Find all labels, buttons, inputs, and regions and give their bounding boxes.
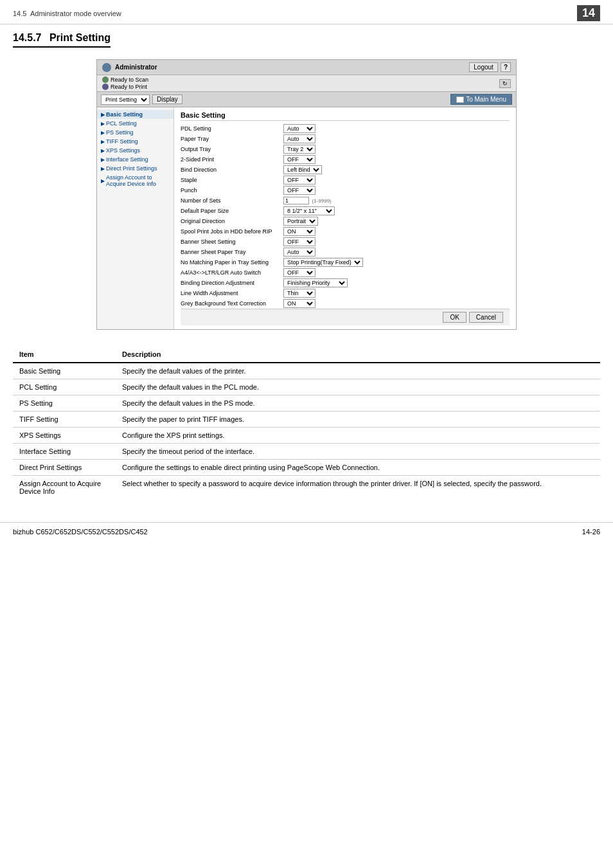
form-row-line-width: Line Width Adjustment Thin <box>181 288 510 298</box>
cancel-button[interactable]: Cancel <box>469 312 503 323</box>
paper-size-select[interactable]: 8 1/2" x 11" <box>283 206 335 215</box>
item-cell: Interface Setting <box>13 444 116 460</box>
banner-tray-select[interactable]: Auto <box>283 248 315 257</box>
print-setting-select[interactable]: Print Setting <box>101 95 150 105</box>
arrow-icon: ▶ <box>101 130 105 136</box>
footer-right: 14-26 <box>582 528 600 536</box>
form-row-pdl: PDL Setting Auto <box>181 123 510 134</box>
page-footer: bizhub C652/C652DS/C552/C552DS/C452 14-2… <box>0 522 613 541</box>
pdl-select[interactable]: Auto <box>283 124 315 133</box>
sidebar-item-direct[interactable]: ▶ Direct Print Settings <box>97 164 173 173</box>
no-match-label: No Matching Paper in Tray Setting <box>181 259 283 266</box>
form-row-bind-dir: Bind Direction Left Bind <box>181 165 510 175</box>
page-header: 14.5 Administrator mode overview 14 <box>0 0 613 24</box>
arrow-icon: ▶ <box>101 157 105 163</box>
form-row-banner-tray: Banner Sheet Paper Tray Auto <box>181 247 510 257</box>
arrow-icon: ▶ <box>101 178 105 184</box>
sidebar-item-assign[interactable]: ▶ Assign Account to Acquire Device Info <box>97 173 173 188</box>
item-cell: Direct Print Settings <box>13 460 116 476</box>
form-row-banner: Banner Sheet Setting OFF <box>181 237 510 247</box>
form-row-punch: Punch OFF <box>181 185 510 195</box>
table-row: XPS SettingsConfigure the XPS print sett… <box>13 428 600 444</box>
scan-icon <box>102 77 109 83</box>
staple-select[interactable]: OFF <box>283 176 315 185</box>
form-row-grey: Grey Background Text Correction ON <box>181 298 510 309</box>
help-button[interactable]: ? <box>501 62 511 72</box>
description-table: Item Description Basic SettingSpecify th… <box>13 347 600 499</box>
sidebar-item-ps[interactable]: ▶ PS Setting <box>97 128 173 137</box>
desc-cell: Specify the default values in the PCL mo… <box>116 379 600 395</box>
item-cell: Assign Account to Acquire Device Info <box>13 476 116 500</box>
col-item-header: Item <box>13 347 116 363</box>
topbar: Administrator Logout ? <box>97 60 516 75</box>
line-width-select[interactable]: Thin <box>283 289 315 298</box>
2sided-label: 2-Sided Print <box>181 156 283 163</box>
output-tray-label: Output Tray <box>181 146 283 152</box>
sidebar-item-tiff[interactable]: ▶ TIFF Setting <box>97 137 173 146</box>
spool-select[interactable]: ON <box>283 227 315 236</box>
sidebar-item-pcl[interactable]: ▶ PCL Setting <box>97 119 173 128</box>
bind-adj-label: Binding Direction Adjustment <box>181 280 283 286</box>
form-row-spool: Spool Print Jobs in HDD before RIP ON <box>181 226 510 237</box>
section-title-area: 14.5.7 Print Setting <box>0 24 613 53</box>
num-sets-hint: (1-9999) <box>312 198 332 204</box>
admin-icon <box>102 63 111 72</box>
grey-select[interactable]: ON <box>283 299 315 308</box>
section-number: 14.5.7 <box>13 32 41 43</box>
banner-tray-label: Banner Sheet Paper Tray <box>181 249 283 255</box>
bind-dir-select[interactable]: Left Bind <box>283 165 322 174</box>
arrow-icon: ▶ <box>101 121 105 127</box>
paper-tray-select[interactable]: Auto <box>283 134 315 143</box>
topbar-right: Logout ? <box>469 62 511 72</box>
desc-cell: Configure the settings to enable direct … <box>116 460 600 476</box>
form-title: Basic Setting <box>181 111 510 121</box>
no-match-select[interactable]: Stop Printing(Tray Fixed) <box>283 258 363 267</box>
sidebar-item-interface[interactable]: ▶ Interface Setting <box>97 155 173 164</box>
desc-cell: Specify the paper to print TIFF images. <box>116 411 600 428</box>
footer-left: bizhub C652/C652DS/C552/C552DS/C452 <box>13 528 148 536</box>
grey-label: Grey Background Text Correction <box>181 300 283 307</box>
line-width-label: Line Width Adjustment <box>181 290 283 296</box>
status-bar: Ready to Scan Ready to Print ↻ <box>97 75 516 92</box>
table-row: Direct Print SettingsConfigure the setti… <box>13 460 600 476</box>
arrow-icon: ▶ <box>101 166 105 172</box>
num-sets-input[interactable] <box>283 197 309 204</box>
bind-adj-select[interactable]: Finishing Priority <box>283 278 348 287</box>
arrow-icon: ▶ <box>101 148 105 154</box>
form-row-orig-dir: Original Direction Portrait <box>181 216 510 226</box>
form-row-num-sets: Number of Sets (1-9999) <box>181 195 510 206</box>
sidebar-item-xps[interactable]: ▶ XPS Settings <box>97 146 173 155</box>
orig-dir-select[interactable]: Portrait <box>283 217 318 226</box>
item-cell: Basic Setting <box>13 363 116 379</box>
form-row-2sided: 2-Sided Print OFF <box>181 154 510 165</box>
table-row: Assign Account to Acquire Device InfoSel… <box>13 476 600 500</box>
table-row: PCL SettingSpecify the default values in… <box>13 379 600 395</box>
form-footer: OK Cancel <box>181 309 510 325</box>
num-sets-label: Number of Sets <box>181 197 283 204</box>
form-row-paper-tray: Paper Tray Auto <box>181 134 510 144</box>
main-menu-button[interactable]: To Main Menu <box>450 94 512 105</box>
display-button[interactable]: Display <box>152 95 182 104</box>
ok-button[interactable]: OK <box>443 312 466 323</box>
desc-cell: Select whether to specify a password to … <box>116 476 600 500</box>
refresh-button[interactable]: ↻ <box>499 79 511 88</box>
logout-button[interactable]: Logout <box>469 62 498 72</box>
form-row-output-tray: Output Tray Tray 2 <box>181 144 510 154</box>
sidebar: ▶ Basic Setting ▶ PCL Setting ▶ PS Setti… <box>97 107 174 329</box>
banner-select[interactable]: OFF <box>283 237 315 246</box>
print-status: Ready to Print <box>102 84 148 90</box>
scan-status: Ready to Scan <box>102 77 148 83</box>
form-row-no-match: No Matching Paper in Tray Setting Stop P… <box>181 257 510 267</box>
auto-switch-label: A4/A3<->LTR/LGR Auto Switch <box>181 269 283 276</box>
auto-switch-select[interactable]: OFF <box>283 268 315 277</box>
punch-select[interactable]: OFF <box>283 186 315 195</box>
paper-tray-label: Paper Tray <box>181 136 283 142</box>
punch-label: Punch <box>181 187 283 194</box>
sidebar-item-basic[interactable]: ▶ Basic Setting <box>97 110 173 119</box>
toolbar: Print Setting Display To Main Menu <box>97 92 516 107</box>
output-tray-select[interactable]: Tray 2 <box>283 145 315 154</box>
admin-label: Administrator <box>115 64 157 71</box>
page-number-box: 14 <box>577 5 600 21</box>
2sided-select[interactable]: OFF <box>283 155 315 164</box>
pdl-label: PDL Setting <box>181 125 283 132</box>
